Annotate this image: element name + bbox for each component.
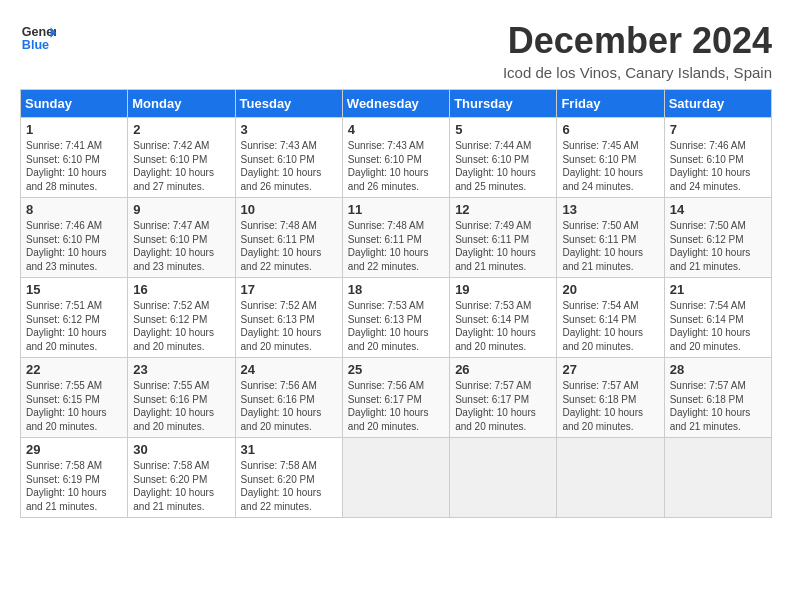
title-area: December 2024 Icod de los Vinos, Canary …	[503, 20, 772, 81]
header-row: Sunday Monday Tuesday Wednesday Thursday…	[21, 90, 772, 118]
day-info: Sunrise: 7:58 AMSunset: 6:20 PMDaylight:…	[241, 460, 322, 512]
day-info: Sunrise: 7:57 AMSunset: 6:18 PMDaylight:…	[670, 380, 751, 432]
day-number: 23	[133, 362, 229, 377]
day-number: 27	[562, 362, 658, 377]
day-info: Sunrise: 7:43 AMSunset: 6:10 PMDaylight:…	[348, 140, 429, 192]
calendar-cell: 22 Sunrise: 7:55 AMSunset: 6:15 PMDaylig…	[21, 358, 128, 438]
calendar-cell	[342, 438, 449, 518]
day-number: 7	[670, 122, 766, 137]
day-number: 18	[348, 282, 444, 297]
calendar-cell: 2 Sunrise: 7:42 AMSunset: 6:10 PMDayligh…	[128, 118, 235, 198]
day-number: 8	[26, 202, 122, 217]
day-number: 26	[455, 362, 551, 377]
calendar-cell: 7 Sunrise: 7:46 AMSunset: 6:10 PMDayligh…	[664, 118, 771, 198]
day-info: Sunrise: 7:55 AMSunset: 6:15 PMDaylight:…	[26, 380, 107, 432]
day-info: Sunrise: 7:48 AMSunset: 6:11 PMDaylight:…	[241, 220, 322, 272]
calendar-subtitle: Icod de los Vinos, Canary Islands, Spain	[503, 64, 772, 81]
calendar-cell: 15 Sunrise: 7:51 AMSunset: 6:12 PMDaylig…	[21, 278, 128, 358]
day-info: Sunrise: 7:58 AMSunset: 6:20 PMDaylight:…	[133, 460, 214, 512]
calendar-cell: 16 Sunrise: 7:52 AMSunset: 6:12 PMDaylig…	[128, 278, 235, 358]
calendar-week-row: 29 Sunrise: 7:58 AMSunset: 6:19 PMDaylig…	[21, 438, 772, 518]
day-info: Sunrise: 7:54 AMSunset: 6:14 PMDaylight:…	[562, 300, 643, 352]
day-info: Sunrise: 7:58 AMSunset: 6:19 PMDaylight:…	[26, 460, 107, 512]
day-info: Sunrise: 7:50 AMSunset: 6:11 PMDaylight:…	[562, 220, 643, 272]
calendar-cell: 3 Sunrise: 7:43 AMSunset: 6:10 PMDayligh…	[235, 118, 342, 198]
calendar-cell: 20 Sunrise: 7:54 AMSunset: 6:14 PMDaylig…	[557, 278, 664, 358]
calendar-cell: 30 Sunrise: 7:58 AMSunset: 6:20 PMDaylig…	[128, 438, 235, 518]
calendar-cell: 4 Sunrise: 7:43 AMSunset: 6:10 PMDayligh…	[342, 118, 449, 198]
day-info: Sunrise: 7:41 AMSunset: 6:10 PMDaylight:…	[26, 140, 107, 192]
day-number: 29	[26, 442, 122, 457]
calendar-cell: 28 Sunrise: 7:57 AMSunset: 6:18 PMDaylig…	[664, 358, 771, 438]
calendar-cell	[557, 438, 664, 518]
calendar-cell: 24 Sunrise: 7:56 AMSunset: 6:16 PMDaylig…	[235, 358, 342, 438]
calendar-cell: 23 Sunrise: 7:55 AMSunset: 6:16 PMDaylig…	[128, 358, 235, 438]
calendar-cell: 13 Sunrise: 7:50 AMSunset: 6:11 PMDaylig…	[557, 198, 664, 278]
calendar-cell: 27 Sunrise: 7:57 AMSunset: 6:18 PMDaylig…	[557, 358, 664, 438]
calendar-cell: 5 Sunrise: 7:44 AMSunset: 6:10 PMDayligh…	[450, 118, 557, 198]
day-info: Sunrise: 7:43 AMSunset: 6:10 PMDaylight:…	[241, 140, 322, 192]
day-info: Sunrise: 7:51 AMSunset: 6:12 PMDaylight:…	[26, 300, 107, 352]
calendar-title: December 2024	[503, 20, 772, 62]
day-info: Sunrise: 7:50 AMSunset: 6:12 PMDaylight:…	[670, 220, 751, 272]
day-info: Sunrise: 7:57 AMSunset: 6:17 PMDaylight:…	[455, 380, 536, 432]
col-sunday: Sunday	[21, 90, 128, 118]
calendar-cell: 12 Sunrise: 7:49 AMSunset: 6:11 PMDaylig…	[450, 198, 557, 278]
calendar-table: Sunday Monday Tuesday Wednesday Thursday…	[20, 89, 772, 518]
day-number: 30	[133, 442, 229, 457]
svg-text:Blue: Blue	[22, 38, 49, 52]
day-number: 17	[241, 282, 337, 297]
day-info: Sunrise: 7:42 AMSunset: 6:10 PMDaylight:…	[133, 140, 214, 192]
day-number: 24	[241, 362, 337, 377]
calendar-cell: 9 Sunrise: 7:47 AMSunset: 6:10 PMDayligh…	[128, 198, 235, 278]
day-number: 15	[26, 282, 122, 297]
col-saturday: Saturday	[664, 90, 771, 118]
day-number: 31	[241, 442, 337, 457]
day-info: Sunrise: 7:47 AMSunset: 6:10 PMDaylight:…	[133, 220, 214, 272]
day-info: Sunrise: 7:46 AMSunset: 6:10 PMDaylight:…	[26, 220, 107, 272]
day-info: Sunrise: 7:57 AMSunset: 6:18 PMDaylight:…	[562, 380, 643, 432]
day-info: Sunrise: 7:52 AMSunset: 6:13 PMDaylight:…	[241, 300, 322, 352]
calendar-cell: 18 Sunrise: 7:53 AMSunset: 6:13 PMDaylig…	[342, 278, 449, 358]
day-number: 16	[133, 282, 229, 297]
logo: General Blue	[20, 20, 56, 56]
calendar-week-row: 15 Sunrise: 7:51 AMSunset: 6:12 PMDaylig…	[21, 278, 772, 358]
day-info: Sunrise: 7:52 AMSunset: 6:12 PMDaylight:…	[133, 300, 214, 352]
day-info: Sunrise: 7:53 AMSunset: 6:13 PMDaylight:…	[348, 300, 429, 352]
day-info: Sunrise: 7:44 AMSunset: 6:10 PMDaylight:…	[455, 140, 536, 192]
calendar-week-row: 8 Sunrise: 7:46 AMSunset: 6:10 PMDayligh…	[21, 198, 772, 278]
day-info: Sunrise: 7:55 AMSunset: 6:16 PMDaylight:…	[133, 380, 214, 432]
calendar-cell	[450, 438, 557, 518]
day-number: 25	[348, 362, 444, 377]
day-number: 19	[455, 282, 551, 297]
col-thursday: Thursday	[450, 90, 557, 118]
calendar-cell: 6 Sunrise: 7:45 AMSunset: 6:10 PMDayligh…	[557, 118, 664, 198]
calendar-week-row: 22 Sunrise: 7:55 AMSunset: 6:15 PMDaylig…	[21, 358, 772, 438]
day-info: Sunrise: 7:45 AMSunset: 6:10 PMDaylight:…	[562, 140, 643, 192]
day-info: Sunrise: 7:54 AMSunset: 6:14 PMDaylight:…	[670, 300, 751, 352]
calendar-cell	[664, 438, 771, 518]
day-number: 5	[455, 122, 551, 137]
logo-icon: General Blue	[20, 20, 56, 56]
day-number: 28	[670, 362, 766, 377]
calendar-cell: 10 Sunrise: 7:48 AMSunset: 6:11 PMDaylig…	[235, 198, 342, 278]
calendar-cell: 8 Sunrise: 7:46 AMSunset: 6:10 PMDayligh…	[21, 198, 128, 278]
calendar-cell: 25 Sunrise: 7:56 AMSunset: 6:17 PMDaylig…	[342, 358, 449, 438]
day-number: 21	[670, 282, 766, 297]
calendar-cell: 14 Sunrise: 7:50 AMSunset: 6:12 PMDaylig…	[664, 198, 771, 278]
day-info: Sunrise: 7:49 AMSunset: 6:11 PMDaylight:…	[455, 220, 536, 272]
calendar-cell: 11 Sunrise: 7:48 AMSunset: 6:11 PMDaylig…	[342, 198, 449, 278]
col-wednesday: Wednesday	[342, 90, 449, 118]
day-info: Sunrise: 7:56 AMSunset: 6:17 PMDaylight:…	[348, 380, 429, 432]
calendar-cell: 1 Sunrise: 7:41 AMSunset: 6:10 PMDayligh…	[21, 118, 128, 198]
day-number: 20	[562, 282, 658, 297]
day-info: Sunrise: 7:53 AMSunset: 6:14 PMDaylight:…	[455, 300, 536, 352]
calendar-body: 1 Sunrise: 7:41 AMSunset: 6:10 PMDayligh…	[21, 118, 772, 518]
day-number: 14	[670, 202, 766, 217]
day-number: 11	[348, 202, 444, 217]
calendar-week-row: 1 Sunrise: 7:41 AMSunset: 6:10 PMDayligh…	[21, 118, 772, 198]
day-number: 12	[455, 202, 551, 217]
day-number: 1	[26, 122, 122, 137]
calendar-cell: 26 Sunrise: 7:57 AMSunset: 6:17 PMDaylig…	[450, 358, 557, 438]
day-number: 4	[348, 122, 444, 137]
